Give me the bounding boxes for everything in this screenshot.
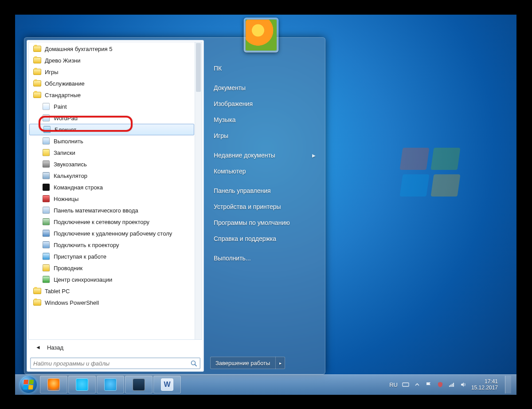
program-item[interactable]: Приступая к работе	[29, 251, 195, 262]
program-list-scrollbar[interactable]	[195, 42, 202, 339]
program-item[interactable]: Записки	[29, 147, 195, 158]
folder-icon	[33, 68, 41, 76]
program-item[interactable]: Центр синхронизации	[29, 274, 195, 285]
taskbar-app-telegram[interactable]	[97, 376, 124, 393]
start-menu-right-item[interactable]: Устройства и принтеры	[210, 199, 319, 215]
app-icon	[42, 264, 50, 272]
search-box[interactable]	[30, 358, 200, 369]
program-item[interactable]: Windows PowerShell	[29, 297, 195, 308]
program-item-label: Приступая к работе	[54, 253, 106, 260]
program-item[interactable]: Обслуживание	[29, 78, 195, 89]
taskbar-app-word[interactable]: W	[153, 376, 181, 393]
tray-chevron-icon[interactable]	[414, 381, 421, 388]
app-icon	[42, 252, 50, 260]
program-item[interactable]: Командная строка	[29, 181, 195, 193]
user-avatar[interactable]	[244, 18, 278, 52]
program-item[interactable]: Игры	[29, 66, 195, 78]
submenu-chevron-icon: ▶	[312, 153, 316, 158]
program-item-label: Подключение к сетевому проектору	[54, 219, 149, 225]
start-menu-right-item[interactable]: Программы по умолчанию	[210, 215, 319, 231]
program-item[interactable]: Paint	[29, 101, 195, 112]
program-item-label: Проводник	[54, 265, 82, 271]
language-indicator[interactable]: RU	[389, 381, 398, 388]
taskbar-app-firefox[interactable]	[40, 376, 67, 393]
app-icon	[42, 160, 50, 168]
show-desktop-button[interactable]	[505, 376, 511, 393]
right-item-label: Справка и поддержка	[214, 235, 276, 242]
program-item-label: Подключить к проектору	[54, 242, 119, 248]
start-menu-right-item[interactable]: Выполнить...	[210, 250, 319, 266]
shield-icon[interactable]	[437, 381, 444, 388]
program-list[interactable]: Домашняя бухгалтерия 5Древо ЖизниИгрыОбс…	[28, 42, 202, 340]
program-item[interactable]: Стандартные	[29, 89, 195, 101]
app-icon	[42, 114, 50, 122]
back-triangle-icon: ◄	[35, 344, 41, 350]
start-menu: Домашняя бухгалтерия 5Древо ЖизниИгрыОбс…	[24, 37, 325, 374]
program-item[interactable]: Домашняя бухгалтерия 5	[29, 43, 195, 55]
keyboard-icon[interactable]	[402, 381, 409, 388]
taskbar: W RU 17:41 15.12.2017	[15, 374, 516, 395]
app-icon	[42, 172, 50, 180]
clock[interactable]: 17:41 15.12.2017	[471, 378, 498, 391]
start-menu-right-item[interactable]: Компьютер	[210, 163, 319, 179]
program-item[interactable]: Древо Жизни	[29, 55, 195, 66]
start-menu-right-item[interactable]: Недавние документы▶	[210, 147, 319, 163]
program-item-label: Игры	[45, 69, 59, 75]
svg-line-1	[195, 365, 197, 366]
app-icon	[42, 183, 50, 191]
app-icon	[42, 137, 50, 145]
svg-rect-2	[403, 383, 409, 386]
back-button[interactable]: ◄ Назад	[28, 340, 202, 355]
start-menu-right-item[interactable]: ПК	[210, 60, 319, 76]
program-item[interactable]: Подключить к проектору	[29, 239, 195, 251]
right-item-label: Документы	[214, 84, 246, 91]
program-item-label: Звукозапись	[54, 161, 87, 168]
network-icon[interactable]	[448, 381, 455, 388]
program-item[interactable]: Проводник	[29, 262, 195, 274]
program-item-label: Ножницы	[54, 196, 78, 202]
start-menu-right-item[interactable]: Игры	[210, 128, 319, 144]
folder-icon	[33, 287, 41, 295]
start-menu-right-item[interactable]: Музыка	[210, 112, 319, 128]
app-icon	[42, 275, 50, 283]
folder-icon	[33, 79, 41, 87]
volume-icon[interactable]	[460, 381, 467, 388]
program-item[interactable]: Подключение к сетевому проектору	[29, 216, 195, 228]
program-item[interactable]: WordPad	[29, 112, 195, 124]
start-menu-right-item[interactable]: Панель управления	[210, 183, 319, 199]
program-item[interactable]: Калькулятор	[29, 170, 195, 181]
back-label: Назад	[47, 344, 63, 351]
program-item[interactable]: Tablet PC	[29, 285, 195, 297]
desktop[interactable]: Домашняя бухгалтерия 5Древо ЖизниИгрыОбс…	[15, 15, 516, 395]
app-icon	[42, 195, 50, 203]
program-item[interactable]: Блокнот	[29, 124, 194, 135]
start-menu-left-panel: Домашняя бухгалтерия 5Древо ЖизниИгрыОбс…	[27, 40, 204, 372]
start-menu-right-item[interactable]: Изображения	[210, 96, 319, 112]
program-item[interactable]: Ножницы	[29, 193, 195, 204]
taskbar-app-skype[interactable]	[68, 376, 96, 393]
clock-date: 15.12.2017	[471, 385, 498, 391]
program-item-label: Paint	[54, 103, 67, 110]
program-item[interactable]: Выполнить	[29, 135, 195, 147]
program-item-label: Подключение к удаленному рабочему столу	[54, 230, 172, 237]
taskbar-app-task-manager[interactable]	[125, 376, 153, 393]
program-item-label: Выполнить	[54, 138, 83, 145]
program-item[interactable]: Подключение к удаленному рабочему столу	[29, 228, 195, 239]
shutdown-options-arrow[interactable]: ▸	[275, 357, 285, 369]
start-button[interactable]	[18, 376, 39, 393]
program-item-label: Командная строка	[54, 184, 103, 191]
folder-icon	[33, 299, 41, 307]
program-item[interactable]: Панель математического ввода	[29, 204, 195, 216]
start-menu-right-item[interactable]: Справка и поддержка	[210, 231, 319, 247]
program-item-label: Панель математического ввода	[54, 207, 138, 214]
program-item[interactable]: Звукозапись	[29, 158, 195, 170]
shutdown-button[interactable]: Завершение работы ▸	[210, 357, 285, 369]
search-input[interactable]	[33, 360, 190, 367]
app-icon	[42, 206, 50, 214]
app-icon	[42, 149, 50, 157]
program-item-label: Tablet PC	[45, 288, 70, 295]
flag-icon[interactable]	[425, 381, 432, 388]
folder-icon	[33, 45, 41, 53]
system-tray: RU 17:41 15.12.2017	[389, 376, 514, 393]
start-menu-right-item[interactable]: Документы	[210, 80, 319, 96]
